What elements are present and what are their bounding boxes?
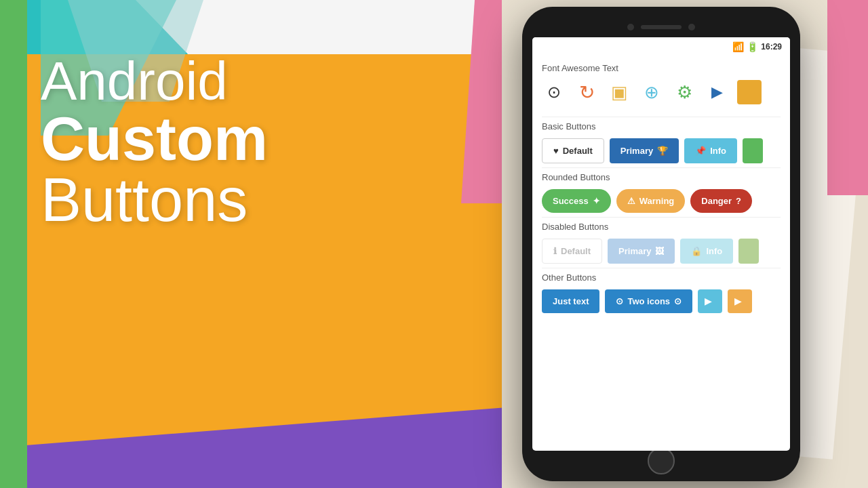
wifi-icon: 📶 (732, 41, 744, 52)
disabled-buttons-label: Disabled Buttons (542, 222, 781, 232)
warning-button[interactable]: ⚠ Warning (616, 189, 686, 213)
warning-label: Warning (639, 196, 675, 206)
phone-top-bar (532, 17, 790, 37)
title-line1: Android (41, 54, 268, 108)
info-circle-icon: ℹ (553, 246, 557, 256)
divider-1 (542, 117, 781, 117)
two-icons-right-icon: ⊙ (674, 296, 682, 306)
green-disabled-button (738, 239, 759, 264)
question-icon: ? (736, 196, 741, 206)
arrow-icon: ▶ (705, 296, 711, 306)
other-buttons-row: Just text ⊙ Two icons ⊙ ▶ ▶ (542, 289, 781, 313)
arrow-button[interactable]: ▶ (698, 289, 722, 313)
gear-icon[interactable]: ⚙ (672, 80, 696, 104)
refresh-icon[interactable]: ↻ (574, 80, 599, 104)
danger-label: Danger (701, 196, 732, 206)
info-disabled-button: 🔒 Info (680, 239, 733, 264)
phone-speaker (641, 25, 682, 29)
default-label: Default (563, 146, 593, 156)
github-icon[interactable]: ⊙ (542, 80, 566, 104)
primary-button[interactable]: Primary 🏆 (610, 138, 679, 163)
info-button[interactable]: 📌 Info (684, 138, 737, 163)
circle-up-icon[interactable]: ⊕ (639, 80, 664, 104)
warning-icon: ⚠ (627, 196, 635, 206)
star-icon: ✦ (593, 196, 600, 206)
trophy-icon: 🏆 (657, 146, 668, 156)
app-content: Font Awesome Text ⊙ ↻ ▣ ⊕ ⚙ ▶ Basic Butt… (532, 56, 790, 451)
phone-bottom (532, 451, 790, 471)
default-button[interactable]: ♥ Default (542, 138, 604, 163)
primary-disabled-button: Primary 🖼 (608, 239, 675, 264)
success-label: Success (553, 196, 589, 206)
disabled-buttons-row: ℹ Default Primary 🖼 🔒 Info (542, 239, 781, 264)
success-button[interactable]: Success ✦ (542, 189, 611, 213)
battery-icon: 🔋 (747, 41, 758, 52)
just-text-label: Just text (553, 296, 589, 306)
rounded-buttons-label: Rounded Buttons (542, 172, 781, 182)
basic-buttons-label: Basic Buttons (542, 121, 781, 131)
basic-buttons-row: ♥ Default Primary 🏆 📌 Info (542, 138, 781, 163)
two-icons-label: Two icons (627, 296, 670, 306)
status-time: 16:29 (761, 42, 782, 52)
app-title: Font Awesome Text (542, 63, 781, 73)
image-icon: 🖼 (655, 246, 664, 256)
lock-icon: 🔒 (691, 246, 702, 256)
orange-box-icon (737, 80, 762, 104)
left-title-area: Android Custom Buttons (41, 54, 268, 230)
pink-strip-right (827, 0, 868, 488)
primary-disabled-label: Primary (618, 246, 651, 256)
default-disabled-label: Default (561, 246, 591, 256)
just-text-button[interactable]: Just text (542, 289, 599, 313)
two-icons-button[interactable]: ⊙ Two icons ⊙ (605, 289, 692, 313)
phone-mockup: 📶 🔋 16:29 Font Awesome Text ⊙ ↻ ▣ ⊕ ⚙ ▶ (522, 7, 814, 488)
primary-label: Primary (620, 146, 653, 156)
danger-button[interactable]: Danger ? (690, 189, 752, 213)
divider-3 (542, 217, 781, 218)
book-icon[interactable]: ▣ (607, 80, 631, 104)
default-icon: ♥ (553, 146, 559, 156)
home-button[interactable] (648, 447, 675, 474)
pin-icon: 📌 (695, 146, 706, 156)
phone-camera-2 (688, 24, 695, 30)
video-icon[interactable]: ▶ (705, 80, 729, 104)
rounded-buttons-row: Success ✦ ⚠ Warning Danger ? (542, 189, 781, 213)
icon-row: ⊙ ↻ ▣ ⊕ ⚙ ▶ (542, 80, 781, 104)
info-disabled-label: Info (706, 246, 722, 256)
green-strip (0, 0, 27, 488)
extra-icon: ▶ (734, 296, 741, 306)
default-disabled-button: ℹ Default (542, 239, 602, 264)
status-bar: 📶 🔋 16:29 (532, 37, 790, 56)
title-line3: Buttons (41, 169, 268, 230)
status-icons: 📶 🔋 16:29 (732, 41, 782, 52)
info-label: Info (710, 146, 726, 156)
other-buttons-label: Other Buttons (542, 272, 781, 283)
two-icons-left-icon: ⊙ (616, 296, 623, 306)
title-line2: Custom (41, 108, 268, 169)
extra-button[interactable]: ▶ (728, 289, 752, 313)
divider-2 (542, 167, 781, 168)
divider-4 (542, 268, 781, 268)
green-button[interactable] (743, 138, 763, 163)
phone-camera (627, 24, 634, 30)
phone-outer-shell: 📶 🔋 16:29 Font Awesome Text ⊙ ↻ ▣ ⊕ ⚙ ▶ (522, 7, 800, 481)
phone-screen: 📶 🔋 16:29 Font Awesome Text ⊙ ↻ ▣ ⊕ ⚙ ▶ (532, 37, 790, 451)
